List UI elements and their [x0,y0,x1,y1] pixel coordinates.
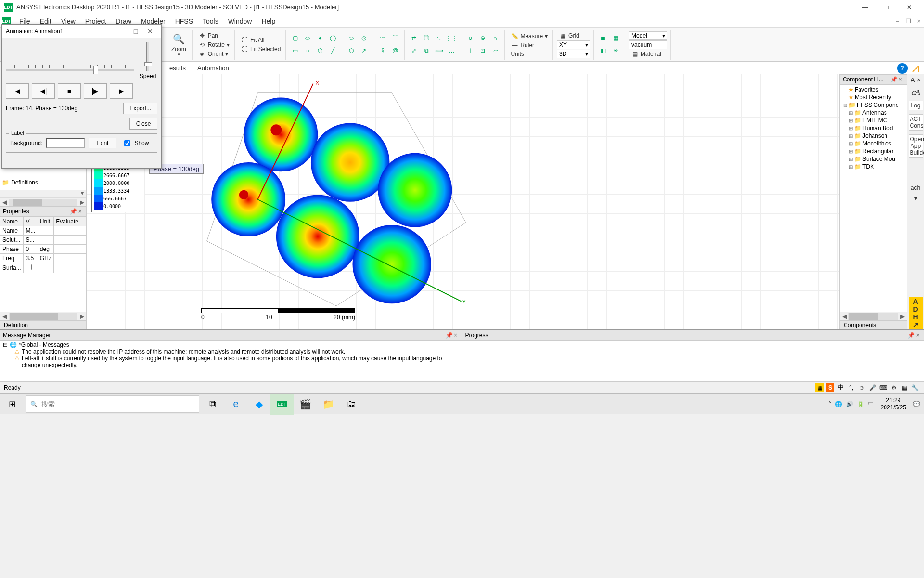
plane-dropdown[interactable]: XY▾ [557,40,590,49]
box-icon[interactable]: ▢ [290,33,300,43]
dialog-maximize[interactable]: □ [128,27,143,35]
sphere-icon[interactable]: ● [315,33,325,43]
tree-human-body[interactable]: ⊞📁Human Bod [841,124,906,132]
zoom-button[interactable]: 🔍 Zoom ▼ [168,31,189,58]
arrow-icon[interactable]: ↗ [359,45,369,56]
edge-button[interactable]: e [224,394,247,415]
spiral-icon[interactable]: @ [390,45,400,56]
tree-emi-emc[interactable]: ⊞📁EMI EMC [841,117,906,124]
mdi-restore[interactable]: ❐ [903,18,913,25]
3d-viewport[interactable]: E Field [V/m] 10000.00009333.33408666.66… [87,74,839,329]
ring-icon[interactable]: ◎ [359,33,369,43]
tree-hfss-components[interactable]: ⊟📁HFSS Compone [841,101,906,109]
tree-tdk[interactable]: ⊞📁TDK [841,163,906,171]
start-button[interactable]: ⊞ [0,394,24,415]
units-button[interactable]: Units [509,50,550,58]
notification-icon[interactable]: 💬 [913,401,920,407]
mic-icon[interactable]: 🎤 [868,383,877,392]
torus-icon[interactable]: ◯ [327,33,338,43]
background-color-picker[interactable] [46,138,85,148]
material-value[interactable]: vacuum [629,40,667,49]
speed-slider[interactable] [146,42,149,71]
automation-tab[interactable]: Automation [192,63,235,74]
settings-icon[interactable]: ⚙ [889,383,898,392]
search-box[interactable]: 🔍 [26,395,199,413]
status-comma-icon[interactable]: °, [847,383,856,392]
tree-modelithics[interactable]: ⊞📁Modelithics [841,140,906,147]
material-button[interactable]: ▤Material [629,50,667,58]
grid-button[interactable]: ▦Grid [557,31,590,40]
hexagon-icon[interactable]: ⬡ [346,45,357,56]
offset-icon[interactable]: ⧉ [421,45,432,56]
close-icon[interactable]: × [914,332,921,339]
rotate-button[interactable]: ⟲Rotate ▾ [196,40,231,49]
rectangle-icon[interactable]: ▭ [290,45,300,56]
app-button-3[interactable]: 🗂 [340,394,363,415]
cylinder-icon[interactable]: ⬭ [302,33,313,43]
tree-recent[interactable]: ★Most Recently [841,93,906,101]
pan-button[interactable]: ✥Pan [196,31,231,40]
search-input[interactable] [41,400,195,408]
light-icon[interactable]: ☀ [610,45,621,56]
view-dropdown[interactable]: 3D▾ [557,50,590,58]
fit-selected-button[interactable]: ⛶Fit Selected [239,45,282,53]
close-dialog-button[interactable]: Close [129,118,157,130]
mdi-close[interactable]: × [913,18,924,25]
ime-icon[interactable]: S [826,383,834,392]
pin-icon[interactable]: 📌 [908,332,914,339]
frame-slider[interactable] [6,65,134,79]
tree-favorites[interactable]: ★Favorites [841,86,906,93]
move-icon[interactable]: ⇄ [409,33,419,43]
ruler-button[interactable]: —Ruler [509,41,550,50]
more-icon[interactable]: … [446,45,457,56]
project-tree[interactable]: 📁 Definitions [0,175,86,190]
show-checkbox[interactable] [124,140,130,146]
open-app-builder-button[interactable]: Open App Builder [909,134,923,158]
tree-surface-mount[interactable]: ⊞📁Surface Mou [841,155,906,163]
orient-button[interactable]: ◈Orient ▾ [196,50,231,58]
font-button[interactable]: Font [89,138,116,148]
grid-status-icon[interactable]: ▦ [900,383,909,392]
tray-chevron-icon[interactable]: ˄ [828,401,831,407]
pin-icon[interactable]: 📌 [446,332,452,339]
first-frame-button[interactable]: ◀ [6,83,29,99]
col-unit[interactable]: Unit [38,217,53,226]
task-view-button[interactable]: ⧉ [201,394,224,415]
pin-icon[interactable]: 📌 [70,208,77,215]
components-tab[interactable]: Components [840,320,907,329]
props-hscroll[interactable]: ◀ ▶ [0,312,86,320]
status-icon[interactable]: ▦ [815,383,824,392]
volume-icon[interactable]: 🔊 [846,401,853,407]
surface-checkbox[interactable] [26,264,32,270]
battery-icon[interactable]: 🔋 [857,401,864,407]
col-eval[interactable]: Evaluate... [54,217,86,226]
render-icon[interactable]: ◧ [598,45,608,56]
dialog-minimize[interactable]: — [114,27,128,35]
subtract-icon[interactable]: ⊖ [477,33,488,43]
minimize-button[interactable]: — [854,0,876,14]
app-button-1[interactable]: ◆ [247,394,270,415]
line-icon[interactable]: ╱ [327,45,338,56]
complib-hscroll[interactable]: ◀ ▶ [840,312,907,320]
tree-antennas[interactable]: ⊞📁Antennas [841,109,906,117]
tree-hscroll[interactable]: ◀ ▶ [0,197,86,206]
mirror-icon[interactable]: ⇋ [434,33,444,43]
spline-icon[interactable]: 〰 [377,33,388,43]
imprint-icon[interactable]: ⊡ [477,45,488,56]
array-icon[interactable]: ⋮⋮ [446,33,457,43]
menu-help[interactable]: Help [257,15,280,27]
circle-icon[interactable]: ○ [302,45,313,56]
arc-icon[interactable]: ⌒ [390,33,400,43]
tree-node-definitions[interactable]: Definitions [11,179,38,186]
split-icon[interactable]: ⟊ [465,45,475,56]
ime-tray-icon[interactable]: 中 [868,400,874,408]
msg-root[interactable]: ⊟🌐*Global - Messages [3,342,459,348]
unite-icon[interactable]: ∪ [465,33,475,43]
act-console-button[interactable]: ACT Console [909,114,923,131]
intersect-icon[interactable]: ∩ [490,33,500,43]
results-tab[interactable]: esults [164,63,192,74]
dialog-titlebar[interactable]: Animation: Animation1 — □ ✕ [2,25,161,38]
help-icon[interactable]: ? [897,63,908,74]
stop-button[interactable]: ■ [58,83,81,99]
measure-button[interactable]: 📏Measure ▾ [509,32,550,40]
